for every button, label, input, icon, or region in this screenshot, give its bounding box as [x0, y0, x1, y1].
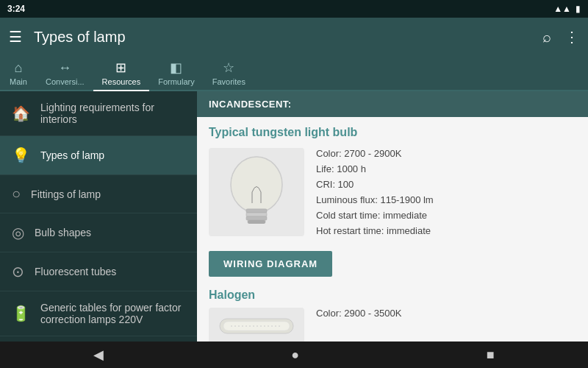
- incandescent-info-row: Color: 2700 - 2900K Life: 1000 h CRI: 10…: [209, 148, 576, 236]
- sidebar-item-types-label: Types of lamp: [40, 149, 104, 161]
- tab-formulary[interactable]: ◧ Formulary: [149, 56, 204, 90]
- svg-rect-5: [248, 220, 265, 224]
- sidebar-item-lighting[interactable]: 🏠 Lighting requirements for interiors: [0, 91, 197, 136]
- halogen-color: Color: 2900 - 3500K: [316, 308, 401, 319]
- sidebar-item-fluorescent[interactable]: ⊙ Fluorescent tubes: [0, 252, 197, 291]
- main-layout: 🏠 Lighting requirements for interiors 💡 …: [0, 91, 588, 342]
- tab-resources-icon: ⊞: [115, 60, 126, 76]
- top-bar: ☰ Types of lamp ⌕ ⋮: [0, 18, 588, 56]
- wiring-diagram-button[interactable]: WIRING DIAGRAM: [209, 251, 332, 277]
- tab-conversion-label: Conversi...: [46, 77, 85, 86]
- more-options-icon[interactable]: ⋮: [564, 28, 579, 46]
- sidebar-item-types[interactable]: 💡 Types of lamp: [0, 136, 197, 175]
- tab-conversion[interactable]: ↔ Conversi...: [37, 56, 93, 90]
- tab-formulary-icon: ◧: [170, 60, 182, 76]
- bulb-shapes-icon: ◎: [12, 224, 24, 241]
- sidebar-item-fittings[interactable]: ○ Fittings of lamp: [0, 175, 197, 213]
- tab-favorites[interactable]: ☆ Favorites: [204, 56, 254, 90]
- sidebar-item-bulb-shapes[interactable]: ◎ Bulb shapes: [0, 213, 197, 252]
- tab-resources[interactable]: ⊞ Resources: [93, 56, 150, 90]
- tab-resources-label: Resources: [102, 77, 141, 86]
- home-button[interactable]: ●: [291, 347, 299, 363]
- content-body: Typical tungsten light bulb: [197, 117, 588, 342]
- home-icon: 🏠: [12, 105, 30, 122]
- spec-luminous: Luminous flux: 115-1900 lm: [316, 194, 434, 205]
- generic-icon: 🔋: [12, 305, 30, 322]
- back-button[interactable]: ◀: [93, 347, 104, 363]
- spec-cold-start: Cold start time: immediate: [316, 210, 434, 221]
- content-area: INCANDESCENT: Typical tungsten light bul…: [197, 91, 588, 342]
- sidebar-item-bulb-label: Bulb shapes: [35, 227, 91, 238]
- time-display: 3:24: [7, 4, 25, 14]
- svg-rect-3: [246, 213, 267, 216]
- halogen-specs: Color: 2900 - 3500K: [316, 308, 401, 342]
- battery-icon: ▮: [576, 4, 581, 14]
- top-bar-actions: ⌕ ⋮: [542, 28, 579, 46]
- sidebar-item-generic-label: Generic tables for power factor correcti…: [40, 302, 185, 325]
- fluorescent-icon: ⊙: [12, 263, 24, 280]
- spec-life: Life: 1000 h: [316, 163, 434, 174]
- tab-main-icon: ⌂: [15, 60, 23, 76]
- tab-main-label: Main: [10, 77, 27, 86]
- wifi-icon: ▲▲: [553, 4, 571, 14]
- halogen-row: Color: 2900 - 3500K: [209, 308, 576, 342]
- svg-rect-2: [246, 209, 267, 213]
- status-icons: ▲▲ ▮: [553, 4, 581, 14]
- content-header: INCANDESCENT:: [197, 91, 588, 117]
- tab-formulary-label: Formulary: [158, 77, 195, 86]
- search-icon[interactable]: ⌕: [542, 29, 551, 46]
- page-title: Types of lamp: [34, 29, 531, 46]
- spec-color: Color: 2700 - 2900K: [316, 148, 434, 159]
- halogen-title: Halogen: [209, 289, 576, 302]
- sidebar-item-lighting-label: Lighting requirements for interiors: [40, 102, 185, 125]
- tab-favorites-label: Favorites: [212, 77, 245, 86]
- halogen-image: [209, 308, 304, 342]
- spec-cri: CRI: 100: [316, 179, 434, 190]
- sidebar: 🏠 Lighting requirements for interiors 💡 …: [0, 91, 197, 342]
- bulb-icon: 💡: [12, 146, 30, 164]
- spec-hot-restart: Hot restart time: immediate: [316, 225, 434, 236]
- status-bar: 3:24 ▲▲ ▮: [0, 0, 588, 18]
- bulb-svg: [220, 152, 293, 233]
- tab-bar: ⌂ Main ↔ Conversi... ⊞ Resources ◧ Formu…: [0, 56, 588, 91]
- tab-conversion-icon: ↔: [58, 60, 71, 76]
- bulb-image: [209, 148, 304, 236]
- halogen-svg: [216, 311, 297, 341]
- fittings-icon: ○: [12, 185, 21, 202]
- sidebar-item-fluorescent-label: Fluorescent tubes: [35, 266, 116, 277]
- svg-rect-4: [246, 216, 267, 220]
- tab-main[interactable]: ⌂ Main: [0, 56, 37, 90]
- recent-button[interactable]: ■: [487, 347, 495, 363]
- svg-point-0: [231, 157, 282, 213]
- incandescent-specs: Color: 2700 - 2900K Life: 1000 h CRI: 10…: [316, 148, 434, 236]
- incandescent-title: Typical tungsten light bulb: [209, 126, 576, 139]
- bottom-nav: ◀ ● ■: [0, 342, 588, 368]
- sidebar-item-generic[interactable]: 🔋 Generic tables for power factor correc…: [0, 291, 197, 336]
- sidebar-item-fittings-label: Fittings of lamp: [31, 188, 101, 200]
- menu-icon[interactable]: ☰: [9, 28, 22, 46]
- tab-favorites-icon: ☆: [223, 60, 234, 76]
